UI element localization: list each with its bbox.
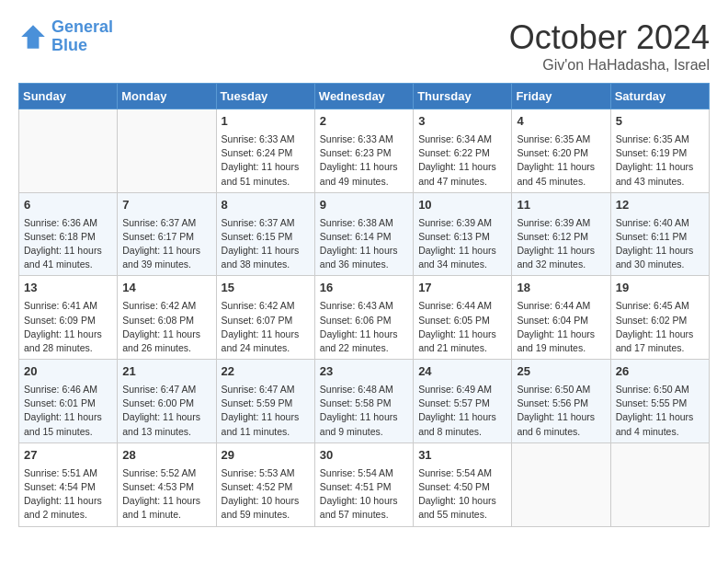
day-number: 19 [616,280,704,297]
calendar-cell: 31Sunrise: 5:54 AM Sunset: 4:50 PM Dayli… [414,442,512,526]
day-info: Sunrise: 6:39 AM Sunset: 6:13 PM Dayligh… [418,216,506,272]
calendar-week-1: 1Sunrise: 6:33 AM Sunset: 6:24 PM Daylig… [19,109,710,193]
day-number: 3 [418,113,506,131]
calendar-week-2: 6Sunrise: 6:36 AM Sunset: 6:18 PM Daylig… [19,192,710,276]
calendar-cell: 21Sunrise: 6:47 AM Sunset: 6:00 PM Dayli… [118,360,216,443]
calendar-cell [19,109,118,193]
day-number: 10 [418,197,506,214]
day-number: 13 [24,280,112,297]
calendar-cell: 30Sunrise: 5:54 AM Sunset: 4:51 PM Dayli… [314,442,413,526]
day-info: Sunrise: 5:54 AM Sunset: 4:51 PM Dayligh… [320,466,408,523]
calendar-body: 1Sunrise: 6:33 AM Sunset: 6:24 PM Daylig… [19,109,710,527]
day-info: Sunrise: 6:43 AM Sunset: 6:06 PM Dayligh… [320,299,408,355]
calendar-cell: 23Sunrise: 6:48 AM Sunset: 5:58 PM Dayli… [314,360,413,443]
day-info: Sunrise: 6:41 AM Sunset: 6:09 PM Dayligh… [24,299,112,355]
calendar-cell: 10Sunrise: 6:39 AM Sunset: 6:13 PM Dayli… [414,192,512,276]
day-number: 15 [222,280,310,297]
day-number: 28 [122,447,210,465]
day-header-wednesday: Wednesday [314,84,413,109]
day-number: 6 [24,197,112,214]
calendar-cell: 8Sunrise: 6:37 AM Sunset: 6:15 PM Daylig… [216,192,314,276]
calendar-cell: 26Sunrise: 6:50 AM Sunset: 5:55 PM Dayli… [610,360,709,443]
logo-icon [18,22,48,52]
day-header-tuesday: Tuesday [216,84,314,109]
day-header-monday: Monday [118,84,216,109]
day-info: Sunrise: 6:47 AM Sunset: 6:00 PM Dayligh… [122,383,210,439]
calendar-cell: 13Sunrise: 6:41 AM Sunset: 6:09 PM Dayli… [19,276,118,360]
day-number: 14 [122,280,210,297]
day-number: 7 [122,197,210,214]
day-header-sunday: Sunday [19,84,118,109]
day-number: 24 [418,363,506,381]
day-info: Sunrise: 6:36 AM Sunset: 6:18 PM Dayligh… [24,216,112,272]
calendar-cell: 16Sunrise: 6:43 AM Sunset: 6:06 PM Dayli… [314,276,413,360]
calendar-cell: 29Sunrise: 5:53 AM Sunset: 4:52 PM Dayli… [216,442,314,526]
day-info: Sunrise: 6:48 AM Sunset: 5:58 PM Dayligh… [320,383,408,439]
page-header: General Blue October 2024 Giv'on HaHadas… [18,18,710,74]
day-header-saturday: Saturday [610,84,709,109]
calendar-cell: 28Sunrise: 5:52 AM Sunset: 4:53 PM Dayli… [118,442,216,526]
calendar-cell: 3Sunrise: 6:34 AM Sunset: 6:22 PM Daylig… [414,109,512,193]
calendar-cell: 9Sunrise: 6:38 AM Sunset: 6:14 PM Daylig… [314,192,413,276]
day-info: Sunrise: 6:38 AM Sunset: 6:14 PM Dayligh… [320,216,408,272]
day-number: 17 [418,280,506,297]
day-number: 27 [24,447,112,465]
calendar-cell: 2Sunrise: 6:33 AM Sunset: 6:23 PM Daylig… [314,109,413,193]
day-number: 8 [222,197,310,214]
calendar-cell: 12Sunrise: 6:40 AM Sunset: 6:11 PM Dayli… [610,192,709,276]
day-number: 25 [517,363,605,381]
day-number: 26 [616,363,704,381]
month-title: October 2024 [509,18,710,57]
day-number: 5 [616,113,704,131]
calendar-week-3: 13Sunrise: 6:41 AM Sunset: 6:09 PM Dayli… [19,276,710,360]
day-info: Sunrise: 6:33 AM Sunset: 6:24 PM Dayligh… [222,132,310,189]
day-number: 4 [517,113,605,131]
day-number: 1 [222,113,310,131]
day-info: Sunrise: 5:54 AM Sunset: 4:50 PM Dayligh… [418,466,506,523]
day-info: Sunrise: 6:44 AM Sunset: 6:04 PM Dayligh… [517,299,605,355]
day-header-friday: Friday [512,84,610,109]
day-number: 21 [122,363,210,381]
day-info: Sunrise: 6:33 AM Sunset: 6:23 PM Dayligh… [320,132,408,189]
calendar-header: SundayMondayTuesdayWednesdayThursdayFrid… [19,84,710,109]
calendar-cell: 24Sunrise: 6:49 AM Sunset: 5:57 PM Dayli… [414,360,512,443]
day-number: 18 [517,280,605,297]
svg-marker-0 [21,25,45,49]
day-info: Sunrise: 6:35 AM Sunset: 6:19 PM Dayligh… [616,132,704,189]
day-number: 31 [418,447,506,465]
day-info: Sunrise: 6:39 AM Sunset: 6:12 PM Dayligh… [517,216,605,272]
day-number: 23 [320,363,408,381]
day-number: 16 [320,280,408,297]
day-info: Sunrise: 6:37 AM Sunset: 6:17 PM Dayligh… [122,216,210,272]
day-info: Sunrise: 6:34 AM Sunset: 6:22 PM Dayligh… [418,132,506,189]
day-number: 11 [517,197,605,214]
logo: General Blue [18,18,113,55]
day-info: Sunrise: 6:44 AM Sunset: 6:05 PM Dayligh… [418,299,506,355]
day-info: Sunrise: 6:37 AM Sunset: 6:15 PM Dayligh… [222,216,310,272]
calendar-cell: 11Sunrise: 6:39 AM Sunset: 6:12 PM Dayli… [512,192,610,276]
calendar-cell [512,442,610,526]
day-number: 2 [320,113,408,131]
title-block: October 2024 Giv'on HaHadasha, Israel [509,18,710,74]
day-number: 12 [616,197,704,214]
day-number: 20 [24,363,112,381]
calendar-table: SundayMondayTuesdayWednesdayThursdayFrid… [18,83,710,527]
day-info: Sunrise: 6:42 AM Sunset: 6:08 PM Dayligh… [122,299,210,355]
day-number: 9 [320,197,408,214]
location-title: Giv'on HaHadasha, Israel [509,57,710,74]
logo-text: General Blue [51,18,113,55]
day-info: Sunrise: 6:35 AM Sunset: 6:20 PM Dayligh… [517,132,605,189]
day-number: 29 [222,447,310,465]
day-info: Sunrise: 6:47 AM Sunset: 5:59 PM Dayligh… [222,383,310,439]
calendar-cell: 14Sunrise: 6:42 AM Sunset: 6:08 PM Dayli… [118,276,216,360]
calendar-cell: 15Sunrise: 6:42 AM Sunset: 6:07 PM Dayli… [216,276,314,360]
calendar-cell: 4Sunrise: 6:35 AM Sunset: 6:20 PM Daylig… [512,109,610,193]
calendar-cell: 1Sunrise: 6:33 AM Sunset: 6:24 PM Daylig… [216,109,314,193]
day-info: Sunrise: 6:40 AM Sunset: 6:11 PM Dayligh… [616,216,704,272]
calendar-cell: 18Sunrise: 6:44 AM Sunset: 6:04 PM Dayli… [512,276,610,360]
calendar-cell: 25Sunrise: 6:50 AM Sunset: 5:56 PM Dayli… [512,360,610,443]
calendar-week-4: 20Sunrise: 6:46 AM Sunset: 6:01 PM Dayli… [19,360,710,443]
day-info: Sunrise: 6:49 AM Sunset: 5:57 PM Dayligh… [418,383,506,439]
calendar-cell [610,442,709,526]
day-info: Sunrise: 6:45 AM Sunset: 6:02 PM Dayligh… [616,299,704,355]
